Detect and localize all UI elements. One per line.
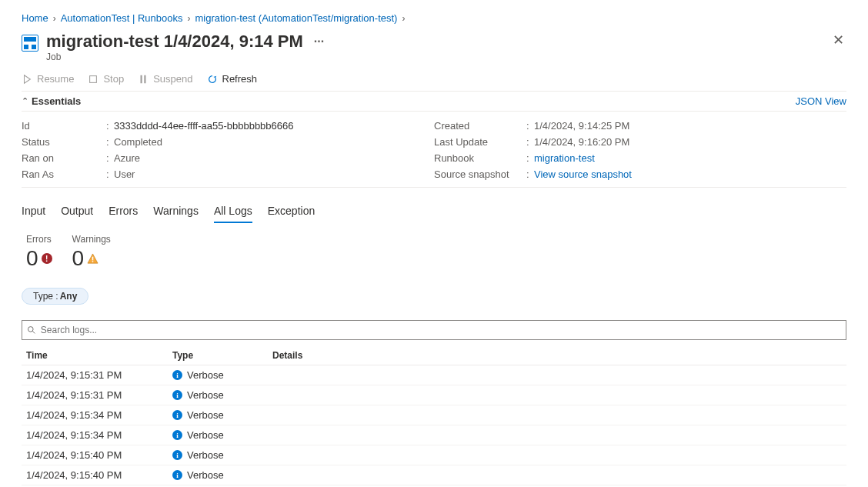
field-label-status: Status: [22, 136, 106, 148]
cell-time: 1/4/2024, 9:15:40 PM: [22, 449, 172, 461]
chevron-right-icon: ›: [402, 14, 405, 23]
errors-counter: Errors 0 !: [26, 234, 52, 271]
warnings-count: 0: [72, 246, 85, 271]
breadcrumb: Home › AutomationTest | Runbooks › migra…: [22, 12, 846, 24]
page-title: migration-test 1/4/2024, 9:14 PM: [46, 32, 303, 52]
field-label-ranas: Ran As: [22, 168, 106, 180]
stop-button[interactable]: Stop: [88, 73, 124, 85]
tab-input[interactable]: Input: [22, 202, 45, 223]
toolbar: Resume Stop Suspend Refresh: [22, 73, 846, 85]
tab-output[interactable]: Output: [61, 202, 93, 223]
cell-type-text: Verbose: [187, 369, 224, 381]
resume-button[interactable]: Resume: [22, 73, 74, 85]
col-header-time[interactable]: Time: [22, 350, 172, 361]
field-value-lastupdate: 1/4/2024, 9:16:20 PM: [534, 136, 629, 148]
error-icon: !: [42, 253, 52, 264]
filter-pill-type[interactable]: Type : Any: [22, 288, 88, 305]
cell-type: iVerbose: [172, 369, 272, 381]
field-label-snapshot: Source snapshot: [434, 168, 526, 180]
search-input-wrapper[interactable]: [22, 320, 846, 340]
tab-exception[interactable]: Exception: [268, 202, 315, 223]
cell-type: iVerbose: [172, 449, 272, 461]
col-header-details[interactable]: Details: [272, 350, 846, 361]
cell-type-text: Verbose: [187, 429, 224, 441]
cell-type-text: Verbose: [187, 469, 224, 481]
svg-rect-1: [141, 75, 142, 83]
info-icon: i: [172, 470, 182, 480]
info-icon: i: [172, 390, 182, 400]
svg-rect-0: [90, 75, 97, 82]
chevron-up-icon[interactable]: ⌃: [22, 96, 28, 106]
info-icon: i: [172, 410, 182, 420]
tab-errors[interactable]: Errors: [108, 202, 138, 223]
cell-time: 1/4/2024, 9:15:34 PM: [22, 409, 172, 421]
svg-rect-4: [92, 261, 94, 262]
runbook-link[interactable]: migration-test: [534, 152, 595, 164]
cell-type: iVerbose: [172, 409, 272, 421]
cell-time: 1/4/2024, 9:15:40 PM: [22, 469, 172, 481]
field-label-ranon: Ran on: [22, 152, 106, 164]
svg-rect-2: [144, 75, 145, 83]
stop-icon: [88, 74, 98, 85]
cell-type: iVerbose: [172, 469, 272, 481]
breadcrumb-level3[interactable]: migration-test (AutomationTest/migration…: [195, 12, 397, 24]
search-icon: [27, 325, 36, 335]
cell-time: 1/4/2024, 9:15:31 PM: [22, 389, 172, 401]
essentials-panel: Id : 3333dddd-44ee-ffff-aa55-bbbbbbbb666…: [22, 112, 846, 188]
field-value-ranas: User: [114, 168, 135, 180]
cell-time: 1/4/2024, 9:15:34 PM: [22, 429, 172, 441]
field-label-created: Created: [434, 120, 526, 132]
chevron-right-icon: ›: [187, 14, 190, 23]
more-actions-icon[interactable]: ···: [314, 35, 324, 48]
field-label-id: Id: [22, 120, 106, 132]
svg-line-6: [32, 331, 35, 333]
tab-all-logs[interactable]: All Logs: [214, 202, 252, 223]
field-value-status: Completed: [114, 136, 162, 148]
table-row[interactable]: 1/4/2024, 9:15:31 PMiVerbose: [22, 385, 846, 405]
page-subtitle: Job: [46, 52, 324, 62]
cell-type: iVerbose: [172, 429, 272, 441]
play-icon: [22, 74, 32, 85]
close-button[interactable]: ✕: [830, 32, 846, 48]
chevron-right-icon: ›: [53, 14, 56, 23]
tab-strip: Input Output Errors Warnings All Logs Ex…: [22, 202, 846, 223]
source-snapshot-link[interactable]: View source snapshot: [534, 168, 632, 180]
svg-rect-3: [92, 256, 94, 260]
counters: Errors 0 ! Warnings 0: [26, 234, 846, 271]
field-label-runbook: Runbook: [434, 152, 526, 164]
breadcrumb-home[interactable]: Home: [22, 12, 48, 24]
breadcrumb-level2[interactable]: AutomationTest | Runbooks: [61, 12, 183, 24]
logs-table: Time Type Details 1/4/2024, 9:15:31 PMiV…: [22, 346, 846, 487]
field-value-created: 1/4/2024, 9:14:25 PM: [534, 120, 629, 132]
search-input[interactable]: [39, 324, 841, 336]
table-row[interactable]: 1/4/2024, 9:15:34 PMiVerbose: [22, 405, 846, 425]
refresh-button[interactable]: Refresh: [207, 73, 258, 85]
tab-warnings[interactable]: Warnings: [153, 202, 199, 223]
refresh-icon: [207, 74, 218, 85]
cell-time: 1/4/2024, 9:15:31 PM: [22, 369, 172, 381]
cell-type: iVerbose: [172, 389, 272, 401]
info-icon: i: [172, 430, 182, 440]
table-row[interactable]: 1/4/2024, 9:15:40 PMiVerbose: [22, 465, 846, 485]
warning-icon: [87, 253, 98, 265]
field-label-lastupdate: Last Update: [434, 136, 526, 148]
cell-type-text: Verbose: [187, 409, 224, 421]
job-blade-icon: [22, 35, 38, 52]
info-icon: i: [172, 450, 182, 460]
info-icon: i: [172, 370, 182, 380]
cell-type-text: Verbose: [187, 389, 224, 401]
json-view-link[interactable]: JSON View: [796, 95, 846, 107]
cell-type-text: Verbose: [187, 449, 224, 461]
table-row[interactable]: 1/4/2024, 9:15:31 PMiVerbose: [22, 365, 846, 385]
suspend-button[interactable]: Suspend: [138, 73, 192, 85]
warnings-counter: Warnings 0: [72, 234, 111, 271]
table-row[interactable]: 1/4/2024, 9:15:40 PMiVerbose: [22, 445, 846, 465]
table-row[interactable]: 1/4/2024, 9:15:34 PMiVerbose: [22, 425, 846, 445]
essentials-heading[interactable]: Essentials: [32, 95, 81, 107]
col-header-type[interactable]: Type: [172, 350, 272, 361]
field-value-ranon: Azure: [114, 152, 140, 164]
svg-point-5: [28, 327, 33, 332]
field-value-id: 3333dddd-44ee-ffff-aa55-bbbbbbbb6666: [114, 120, 294, 132]
errors-count: 0: [26, 246, 38, 271]
pause-icon: [138, 74, 149, 85]
